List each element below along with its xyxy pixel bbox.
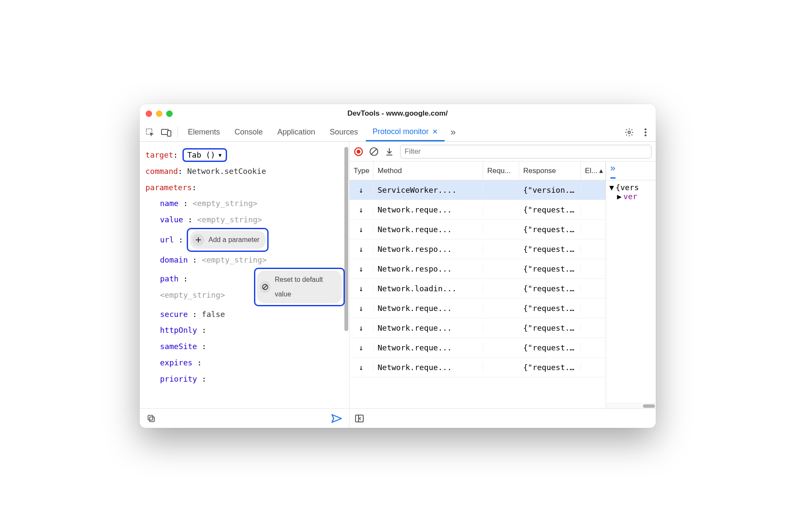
param-path[interactable]: path : <empty_string> Reset to default v… [146, 268, 345, 306]
command-editor-panel: target: Tab () ▾ command: Network.setCoo… [140, 142, 350, 428]
h-scrollbar[interactable] [606, 403, 656, 408]
target-select[interactable]: Tab () ▾ [182, 148, 227, 162]
col-response[interactable]: Response [519, 161, 581, 180]
svg-line-8 [263, 285, 267, 289]
svg-point-4 [644, 128, 646, 130]
sort-icon: ▴ [599, 166, 603, 175]
svg-point-12 [356, 149, 360, 153]
svg-point-5 [644, 131, 646, 133]
svg-line-14 [371, 149, 377, 154]
chevron-down-icon: ▾ [218, 147, 222, 163]
table-header: Type Method Requ... Response El...▴ [350, 161, 606, 180]
tree-root[interactable]: ▼{vers [610, 183, 652, 192]
plus-icon [192, 234, 204, 246]
arrow-down-icon: ↓ [359, 343, 364, 352]
tab-console[interactable]: Console [228, 123, 270, 141]
add-parameter-button[interactable]: Add a parameter [190, 231, 266, 249]
table-row[interactable]: ↓Network.reque...{"request... [350, 318, 606, 338]
svg-rect-10 [148, 415, 152, 420]
kebab-menu-icon[interactable] [638, 123, 653, 141]
tab-elements[interactable]: Elements [181, 123, 227, 141]
log-table: Type Method Requ... Response El...▴ ↓Ser… [350, 161, 606, 408]
titlebar: DevTools - www.google.com/ [140, 104, 656, 123]
clear-icon[interactable] [369, 147, 379, 156]
param-domain[interactable]: domain : <empty_string> [146, 252, 345, 268]
table-row[interactable]: ↓ServiceWorker....{"version... [350, 180, 606, 200]
settings-icon[interactable] [622, 123, 637, 141]
arrow-down-icon: ↓ [359, 205, 364, 214]
toggle-left-panel-icon[interactable] [355, 414, 364, 423]
param-priority[interactable]: priority : [146, 371, 345, 387]
log-footer [350, 408, 656, 428]
label-parameters: parameters [146, 183, 192, 192]
device-toolbar-icon[interactable] [158, 123, 174, 141]
arrow-down-icon: ↓ [359, 304, 364, 313]
label-target: target [146, 150, 173, 159]
svg-point-3 [628, 131, 631, 134]
param-name[interactable]: name : <empty_string> [146, 195, 345, 212]
param-samesite[interactable]: sameSite : [146, 338, 345, 355]
param-httponly[interactable]: httpOnly : [146, 322, 345, 338]
editor-footer [140, 408, 349, 428]
col-elapsed[interactable]: El...▴ [581, 161, 606, 180]
arrow-down-icon: ↓ [359, 185, 364, 194]
devtools-window: DevTools - www.google.com/ Elements Cons… [140, 104, 656, 428]
close-tab-icon[interactable]: ✕ [432, 128, 438, 136]
svg-rect-9 [149, 417, 154, 421]
traffic-lights [146, 111, 173, 117]
arrow-down-icon: ↓ [359, 363, 364, 372]
filter-input[interactable] [400, 145, 652, 158]
window-title: DevTools - www.google.com/ [140, 109, 656, 118]
svg-point-6 [644, 134, 646, 136]
zoom-window-icon[interactable] [166, 111, 173, 117]
reset-default-button[interactable]: Reset to default value [257, 271, 342, 303]
param-value[interactable]: value : <empty_string> [146, 212, 345, 228]
more-columns-icon[interactable]: » [610, 163, 616, 179]
tree-child[interactable]: ▶ver [610, 192, 652, 201]
download-icon[interactable] [385, 147, 394, 156]
inspect-element-icon[interactable] [142, 123, 158, 141]
arrow-down-icon: ↓ [359, 284, 364, 293]
table-row[interactable]: ↓Network.respo...{"request... [350, 259, 606, 279]
arrow-down-icon: ↓ [359, 264, 364, 273]
minimize-window-icon[interactable] [156, 111, 162, 117]
tab-sources[interactable]: Sources [323, 123, 365, 141]
col-method[interactable]: Method [374, 161, 483, 180]
protocol-log-panel: Type Method Requ... Response El...▴ ↓Ser… [350, 142, 656, 428]
scrollbar-thumb[interactable] [344, 147, 348, 331]
table-row[interactable]: ↓Network.reque...{"request... [350, 299, 606, 318]
record-icon[interactable] [354, 147, 363, 156]
prohibit-icon [260, 281, 271, 293]
col-type[interactable]: Type [350, 161, 374, 180]
table-row[interactable]: ↓Network.reque...{"request... [350, 358, 606, 377]
more-tabs-icon[interactable]: » [445, 123, 461, 141]
table-row[interactable]: ↓Network.reque...{"request... [350, 200, 606, 220]
command-value[interactable]: Network.setCookie [187, 167, 266, 176]
col-request[interactable]: Requ... [483, 161, 519, 180]
table-row[interactable]: ↓Network.reque...{"request... [350, 338, 606, 358]
param-url[interactable]: url : Add a parameter [146, 228, 345, 252]
copy-icon[interactable] [146, 414, 156, 423]
table-row[interactable]: ↓Network.loadin...{"request... [350, 279, 606, 299]
arrow-down-icon: ↓ [359, 245, 364, 254]
label-command: command [146, 167, 178, 176]
arrow-down-icon: ↓ [359, 323, 364, 332]
tab-application[interactable]: Application [271, 123, 322, 141]
svg-rect-2 [167, 131, 171, 136]
detail-sidebar: » ▼{vers ▶ver [606, 161, 656, 408]
param-secure[interactable]: secure : false [146, 306, 345, 323]
close-window-icon[interactable] [146, 111, 152, 117]
table-row[interactable]: ↓Network.respo...{"request... [350, 239, 606, 259]
log-toolbar [350, 142, 656, 161]
send-command-icon[interactable] [331, 413, 342, 424]
table-row[interactable]: ↓Network.reque...{"request... [350, 220, 606, 239]
param-expires[interactable]: expires : [146, 355, 345, 371]
tab-protocol-monitor[interactable]: Protocol monitor ✕ [366, 123, 445, 141]
main-tabbar: Elements Console Application Sources Pro… [140, 123, 656, 142]
arrow-down-icon: ↓ [359, 225, 364, 234]
